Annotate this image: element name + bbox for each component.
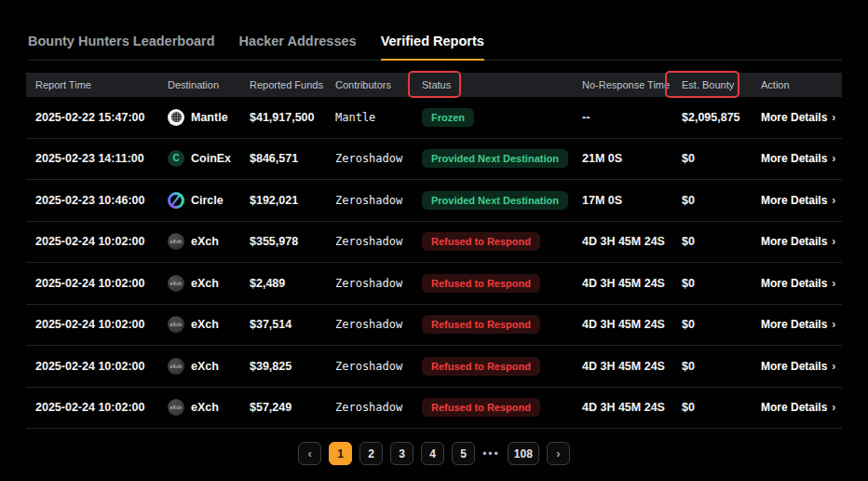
- column-header-report-time: Report Time: [35, 79, 168, 90]
- chevron-right-icon: ›: [832, 235, 835, 248]
- destination-cell: eXch eXch: [168, 275, 250, 292]
- contributors: Zeroshadow: [335, 152, 422, 165]
- chevron-right-icon: ›: [832, 111, 835, 124]
- table-row: 2025-02-24 10:02:00 eXch eXch $57,249 Ze…: [26, 388, 842, 430]
- est-bounty: $0: [682, 401, 761, 414]
- chevron-right-icon: ›: [832, 318, 835, 331]
- coinex-icon: C: [168, 150, 184, 167]
- destination-cell: Circle: [168, 192, 250, 209]
- no-response-time: 4D 3H 45M 24S: [582, 401, 682, 414]
- status-badge: Provided Next Destination: [422, 191, 568, 210]
- reported-funds: $192,021: [250, 194, 335, 207]
- pagination-page-3[interactable]: 3: [390, 442, 414, 465]
- table-row: 2025-02-24 10:02:00 eXch eXch $2,489 Zer…: [26, 263, 842, 305]
- more-details-link[interactable]: More Details›: [761, 111, 842, 124]
- destination-name: eXch: [191, 235, 219, 248]
- tab-hacker-addresses[interactable]: Hacker Addresses: [239, 34, 357, 60]
- report-time: 2025-02-23 14:11:00: [35, 152, 168, 165]
- reported-funds: $37,514: [250, 318, 335, 331]
- status-badge: Provided Next Destination: [422, 149, 568, 168]
- est-bounty: $0: [682, 318, 761, 331]
- reported-funds: $2,489: [250, 277, 335, 290]
- more-details-link[interactable]: More Details›: [761, 401, 842, 414]
- contributors: Mantle: [335, 111, 422, 124]
- est-bounty: $2,095,875: [682, 111, 761, 124]
- table-row: 2025-02-23 14:11:00 C CoinEx $846,571 Ze…: [26, 139, 842, 181]
- destination-cell: eXch eXch: [168, 399, 250, 416]
- destination-cell: C CoinEx: [168, 150, 250, 167]
- pagination-page-1[interactable]: 1: [329, 442, 352, 465]
- pagination: ‹12345•••108›: [0, 442, 868, 465]
- table-row: 2025-02-24 10:02:00 eXch eXch $37,514 Ze…: [26, 305, 842, 347]
- report-time: 2025-02-24 10:02:00: [35, 318, 168, 331]
- more-details-link[interactable]: More Details›: [761, 360, 842, 373]
- report-time: 2025-02-23 10:46:00: [35, 194, 168, 207]
- reported-funds: $846,571: [250, 152, 335, 165]
- report-time: 2025-02-24 10:02:00: [35, 235, 168, 248]
- pagination-prev-button[interactable]: ‹: [298, 442, 321, 465]
- destination-name: eXch: [191, 360, 219, 373]
- more-details-link[interactable]: More Details›: [761, 152, 842, 165]
- reported-funds: $41,917,500: [250, 111, 335, 124]
- destination-cell: eXch eXch: [168, 316, 250, 333]
- tab-bounty-hunters-leaderboard[interactable]: Bounty Hunters Leaderboard: [28, 34, 215, 60]
- table-header-row: Report TimeDestinationReported FundsCont…: [26, 73, 842, 97]
- destination-cell: Mantle: [168, 109, 250, 126]
- exch-icon: eXch: [168, 275, 184, 292]
- chevron-right-icon: ›: [832, 277, 835, 290]
- report-time: 2025-02-22 15:47:00: [35, 111, 168, 124]
- destination-name: CoinEx: [191, 152, 231, 165]
- exch-icon: eXch: [168, 233, 184, 250]
- contributors: Zeroshadow: [335, 194, 422, 207]
- destination-name: Circle: [191, 194, 224, 207]
- destination-name: eXch: [191, 401, 219, 414]
- chevron-right-icon: ›: [832, 360, 835, 373]
- no-response-time: 17M 0S: [582, 194, 682, 207]
- pagination-page-5[interactable]: 5: [452, 442, 475, 465]
- reported-funds: $39,825: [250, 360, 335, 373]
- report-time: 2025-02-24 10:02:00: [35, 277, 168, 290]
- destination-name: Mantle: [191, 111, 228, 124]
- table-body: 2025-02-22 15:47:00 Mantle $41,917,500 M…: [26, 97, 842, 429]
- pagination-next-button[interactable]: ›: [547, 442, 570, 465]
- contributors: Zeroshadow: [335, 360, 422, 373]
- column-header-est-bounty: Est. Bounty: [682, 79, 761, 90]
- column-header-destination: Destination: [168, 79, 250, 90]
- column-header-contributors: Contributors: [335, 79, 422, 90]
- tab-verified-reports[interactable]: Verified Reports: [381, 34, 484, 60]
- more-details-link[interactable]: More Details›: [761, 277, 842, 290]
- table-row: 2025-02-22 15:47:00 Mantle $41,917,500 M…: [26, 97, 842, 139]
- chevron-right-icon: ›: [832, 401, 835, 414]
- est-bounty: $0: [682, 277, 761, 290]
- no-response-time: 4D 3H 45M 24S: [582, 277, 682, 290]
- status-cell: Refused to Respond: [422, 357, 582, 376]
- status-cell: Refused to Respond: [422, 398, 582, 417]
- column-header-action: Action: [761, 79, 842, 90]
- column-header-reported-funds: Reported Funds: [250, 79, 335, 90]
- pagination-page-2[interactable]: 2: [359, 442, 383, 465]
- table-row: 2025-02-24 10:02:00 eXch eXch $355,978 Z…: [26, 222, 842, 264]
- mantle-icon: [168, 109, 184, 126]
- report-time: 2025-02-24 10:02:00: [35, 360, 168, 373]
- destination-cell: eXch eXch: [168, 233, 250, 250]
- more-details-link[interactable]: More Details›: [761, 194, 842, 207]
- pagination-page-108[interactable]: 108: [508, 442, 539, 465]
- contributors: Zeroshadow: [335, 277, 422, 290]
- table-row: 2025-02-24 10:02:00 eXch eXch $39,825 Ze…: [26, 346, 842, 388]
- contributors: Zeroshadow: [335, 401, 422, 414]
- status-badge: Refused to Respond: [422, 315, 540, 334]
- chevron-right-icon: ›: [832, 194, 835, 207]
- chevron-right-icon: ›: [832, 152, 835, 165]
- more-details-link[interactable]: More Details›: [761, 318, 842, 331]
- table-row: 2025-02-23 10:46:00 Circle $192,021 Zero…: [26, 180, 842, 222]
- pagination-page-4[interactable]: 4: [421, 442, 444, 465]
- no-response-time: 4D 3H 45M 24S: [582, 360, 682, 373]
- column-header-no-response-time: No-Response Time: [582, 79, 682, 90]
- exch-icon: eXch: [168, 358, 184, 375]
- no-response-time: 21M 0S: [582, 152, 682, 165]
- destination-name: eXch: [191, 277, 219, 290]
- exch-icon: eXch: [168, 399, 184, 416]
- no-response-time: 4D 3H 45M 24S: [582, 235, 682, 248]
- report-time: 2025-02-24 10:02:00: [35, 401, 168, 414]
- more-details-link[interactable]: More Details›: [761, 235, 842, 248]
